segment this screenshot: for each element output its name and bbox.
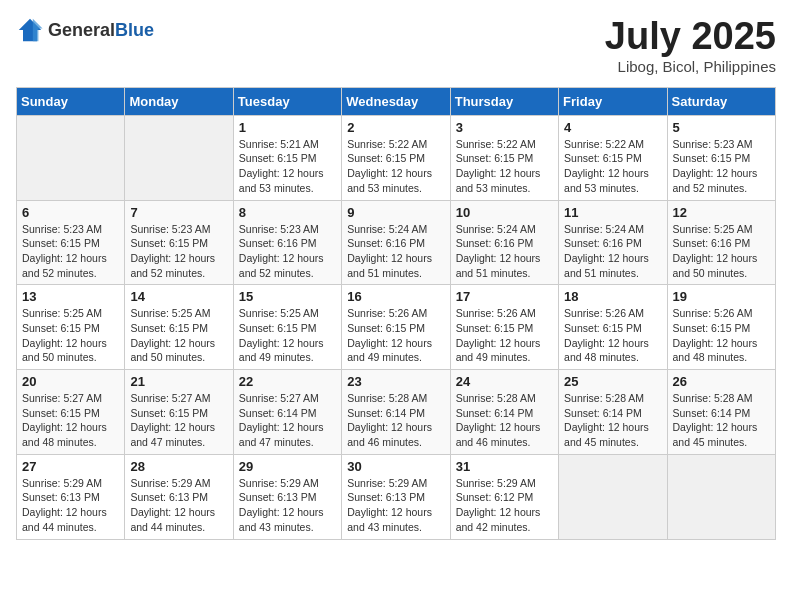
day-cell: 1Sunrise: 5:21 AMSunset: 6:15 PMDaylight… bbox=[233, 115, 341, 200]
day-cell: 8Sunrise: 5:23 AMSunset: 6:16 PMDaylight… bbox=[233, 200, 341, 285]
day-info: Sunrise: 5:29 AMSunset: 6:13 PMDaylight:… bbox=[22, 476, 119, 535]
day-cell: 3Sunrise: 5:22 AMSunset: 6:15 PMDaylight… bbox=[450, 115, 558, 200]
day-info: Sunrise: 5:27 AMSunset: 6:14 PMDaylight:… bbox=[239, 391, 336, 450]
day-cell: 13Sunrise: 5:25 AMSunset: 6:15 PMDayligh… bbox=[17, 285, 125, 370]
day-info: Sunrise: 5:29 AMSunset: 6:13 PMDaylight:… bbox=[130, 476, 227, 535]
header-cell-thursday: Thursday bbox=[450, 87, 558, 115]
day-number: 5 bbox=[673, 120, 770, 135]
day-number: 22 bbox=[239, 374, 336, 389]
day-cell: 4Sunrise: 5:22 AMSunset: 6:15 PMDaylight… bbox=[559, 115, 667, 200]
header-cell-wednesday: Wednesday bbox=[342, 87, 450, 115]
day-cell bbox=[17, 115, 125, 200]
day-number: 26 bbox=[673, 374, 770, 389]
day-number: 6 bbox=[22, 205, 119, 220]
day-cell: 19Sunrise: 5:26 AMSunset: 6:15 PMDayligh… bbox=[667, 285, 775, 370]
day-cell: 24Sunrise: 5:28 AMSunset: 6:14 PMDayligh… bbox=[450, 370, 558, 455]
day-number: 27 bbox=[22, 459, 119, 474]
day-info: Sunrise: 5:28 AMSunset: 6:14 PMDaylight:… bbox=[673, 391, 770, 450]
day-info: Sunrise: 5:27 AMSunset: 6:15 PMDaylight:… bbox=[130, 391, 227, 450]
day-info: Sunrise: 5:26 AMSunset: 6:15 PMDaylight:… bbox=[673, 306, 770, 365]
day-number: 1 bbox=[239, 120, 336, 135]
day-number: 23 bbox=[347, 374, 444, 389]
day-number: 3 bbox=[456, 120, 553, 135]
day-info: Sunrise: 5:28 AMSunset: 6:14 PMDaylight:… bbox=[564, 391, 661, 450]
day-cell: 14Sunrise: 5:25 AMSunset: 6:15 PMDayligh… bbox=[125, 285, 233, 370]
day-number: 17 bbox=[456, 289, 553, 304]
day-info: Sunrise: 5:26 AMSunset: 6:15 PMDaylight:… bbox=[564, 306, 661, 365]
day-info: Sunrise: 5:21 AMSunset: 6:15 PMDaylight:… bbox=[239, 137, 336, 196]
day-cell bbox=[125, 115, 233, 200]
day-cell: 28Sunrise: 5:29 AMSunset: 6:13 PMDayligh… bbox=[125, 454, 233, 539]
day-number: 11 bbox=[564, 205, 661, 220]
day-cell: 22Sunrise: 5:27 AMSunset: 6:14 PMDayligh… bbox=[233, 370, 341, 455]
header-row: SundayMondayTuesdayWednesdayThursdayFrid… bbox=[17, 87, 776, 115]
day-cell: 15Sunrise: 5:25 AMSunset: 6:15 PMDayligh… bbox=[233, 285, 341, 370]
day-number: 21 bbox=[130, 374, 227, 389]
day-number: 29 bbox=[239, 459, 336, 474]
logo-text-general: General bbox=[48, 20, 115, 40]
day-info: Sunrise: 5:28 AMSunset: 6:14 PMDaylight:… bbox=[456, 391, 553, 450]
header-cell-sunday: Sunday bbox=[17, 87, 125, 115]
logo-icon bbox=[16, 16, 44, 44]
day-info: Sunrise: 5:25 AMSunset: 6:15 PMDaylight:… bbox=[130, 306, 227, 365]
day-info: Sunrise: 5:25 AMSunset: 6:15 PMDaylight:… bbox=[239, 306, 336, 365]
day-cell: 11Sunrise: 5:24 AMSunset: 6:16 PMDayligh… bbox=[559, 200, 667, 285]
calendar-title: July 2025 bbox=[605, 16, 776, 58]
week-row-5: 27Sunrise: 5:29 AMSunset: 6:13 PMDayligh… bbox=[17, 454, 776, 539]
day-cell: 18Sunrise: 5:26 AMSunset: 6:15 PMDayligh… bbox=[559, 285, 667, 370]
day-cell: 20Sunrise: 5:27 AMSunset: 6:15 PMDayligh… bbox=[17, 370, 125, 455]
day-cell: 2Sunrise: 5:22 AMSunset: 6:15 PMDaylight… bbox=[342, 115, 450, 200]
day-info: Sunrise: 5:25 AMSunset: 6:15 PMDaylight:… bbox=[22, 306, 119, 365]
day-cell: 31Sunrise: 5:29 AMSunset: 6:12 PMDayligh… bbox=[450, 454, 558, 539]
header-cell-tuesday: Tuesday bbox=[233, 87, 341, 115]
day-info: Sunrise: 5:29 AMSunset: 6:12 PMDaylight:… bbox=[456, 476, 553, 535]
day-info: Sunrise: 5:25 AMSunset: 6:16 PMDaylight:… bbox=[673, 222, 770, 281]
day-number: 7 bbox=[130, 205, 227, 220]
day-info: Sunrise: 5:22 AMSunset: 6:15 PMDaylight:… bbox=[347, 137, 444, 196]
day-info: Sunrise: 5:23 AMSunset: 6:16 PMDaylight:… bbox=[239, 222, 336, 281]
day-info: Sunrise: 5:26 AMSunset: 6:15 PMDaylight:… bbox=[456, 306, 553, 365]
day-cell: 29Sunrise: 5:29 AMSunset: 6:13 PMDayligh… bbox=[233, 454, 341, 539]
logo-text-blue: Blue bbox=[115, 20, 154, 40]
day-cell: 16Sunrise: 5:26 AMSunset: 6:15 PMDayligh… bbox=[342, 285, 450, 370]
day-number: 16 bbox=[347, 289, 444, 304]
week-row-4: 20Sunrise: 5:27 AMSunset: 6:15 PMDayligh… bbox=[17, 370, 776, 455]
day-info: Sunrise: 5:24 AMSunset: 6:16 PMDaylight:… bbox=[456, 222, 553, 281]
day-number: 10 bbox=[456, 205, 553, 220]
day-info: Sunrise: 5:22 AMSunset: 6:15 PMDaylight:… bbox=[456, 137, 553, 196]
day-cell: 6Sunrise: 5:23 AMSunset: 6:15 PMDaylight… bbox=[17, 200, 125, 285]
day-number: 30 bbox=[347, 459, 444, 474]
day-number: 9 bbox=[347, 205, 444, 220]
day-info: Sunrise: 5:27 AMSunset: 6:15 PMDaylight:… bbox=[22, 391, 119, 450]
title-block: July 2025 Libog, Bicol, Philippines bbox=[605, 16, 776, 75]
week-row-1: 1Sunrise: 5:21 AMSunset: 6:15 PMDaylight… bbox=[17, 115, 776, 200]
week-row-2: 6Sunrise: 5:23 AMSunset: 6:15 PMDaylight… bbox=[17, 200, 776, 285]
day-cell: 21Sunrise: 5:27 AMSunset: 6:15 PMDayligh… bbox=[125, 370, 233, 455]
day-cell: 9Sunrise: 5:24 AMSunset: 6:16 PMDaylight… bbox=[342, 200, 450, 285]
day-number: 2 bbox=[347, 120, 444, 135]
calendar-table: SundayMondayTuesdayWednesdayThursdayFrid… bbox=[16, 87, 776, 540]
header-cell-monday: Monday bbox=[125, 87, 233, 115]
day-number: 24 bbox=[456, 374, 553, 389]
day-cell: 27Sunrise: 5:29 AMSunset: 6:13 PMDayligh… bbox=[17, 454, 125, 539]
day-cell: 7Sunrise: 5:23 AMSunset: 6:15 PMDaylight… bbox=[125, 200, 233, 285]
day-cell: 12Sunrise: 5:25 AMSunset: 6:16 PMDayligh… bbox=[667, 200, 775, 285]
day-number: 19 bbox=[673, 289, 770, 304]
day-info: Sunrise: 5:26 AMSunset: 6:15 PMDaylight:… bbox=[347, 306, 444, 365]
day-cell: 5Sunrise: 5:23 AMSunset: 6:15 PMDaylight… bbox=[667, 115, 775, 200]
day-info: Sunrise: 5:23 AMSunset: 6:15 PMDaylight:… bbox=[130, 222, 227, 281]
day-cell: 10Sunrise: 5:24 AMSunset: 6:16 PMDayligh… bbox=[450, 200, 558, 285]
day-info: Sunrise: 5:24 AMSunset: 6:16 PMDaylight:… bbox=[564, 222, 661, 281]
day-number: 4 bbox=[564, 120, 661, 135]
day-number: 28 bbox=[130, 459, 227, 474]
logo: GeneralBlue bbox=[16, 16, 154, 44]
page-header: GeneralBlue July 2025 Libog, Bicol, Phil… bbox=[16, 16, 776, 75]
calendar-subtitle: Libog, Bicol, Philippines bbox=[605, 58, 776, 75]
day-cell: 26Sunrise: 5:28 AMSunset: 6:14 PMDayligh… bbox=[667, 370, 775, 455]
day-number: 20 bbox=[22, 374, 119, 389]
day-number: 8 bbox=[239, 205, 336, 220]
day-cell bbox=[667, 454, 775, 539]
day-cell bbox=[559, 454, 667, 539]
day-info: Sunrise: 5:28 AMSunset: 6:14 PMDaylight:… bbox=[347, 391, 444, 450]
day-info: Sunrise: 5:23 AMSunset: 6:15 PMDaylight:… bbox=[22, 222, 119, 281]
